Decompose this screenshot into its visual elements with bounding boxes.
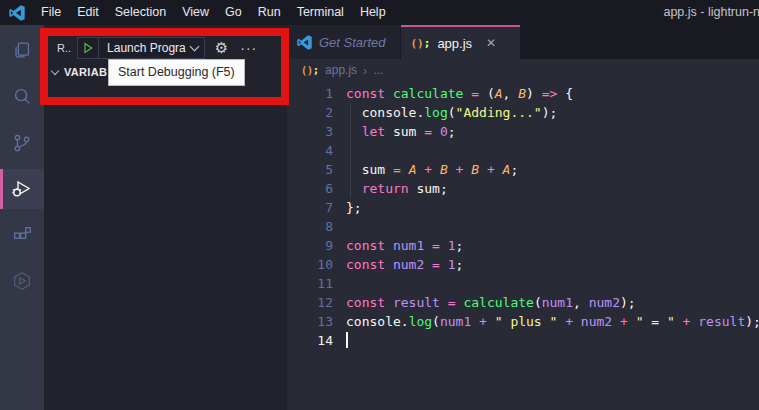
line-number[interactable]: 12 (287, 293, 333, 312)
menu-terminal[interactable]: Terminal (289, 0, 352, 25)
code-text: const calculate = (A, B) => { (346, 84, 573, 103)
line-number[interactable]: 6 (287, 179, 333, 198)
code-text: const result = calculate(num1, num2); (346, 293, 636, 312)
javascript-file-icon: (); (411, 37, 431, 50)
menu-view[interactable]: View (174, 0, 217, 25)
code-line[interactable]: 10const num2 = 1; (287, 255, 759, 274)
menu-selection[interactable]: Selection (107, 0, 174, 25)
code-line[interactable]: 13console.log(num1 + " plus " + num2 + "… (287, 312, 759, 331)
tab-app-js[interactable]: (); app.js ✕ (401, 25, 520, 59)
code-text (346, 331, 348, 350)
line-number[interactable]: 5 (287, 160, 333, 179)
line-number[interactable]: 3 (287, 122, 333, 141)
line-number[interactable]: 8 (287, 217, 333, 236)
activity-source-control-icon[interactable] (0, 123, 44, 163)
line-number[interactable]: 7 (287, 198, 333, 217)
tab-bar: Get Started (); app.js ✕ (287, 25, 759, 59)
code-text: const num1 = 1; (346, 236, 463, 255)
vscode-logo-icon (297, 35, 312, 50)
code-line[interactable]: 1const calculate = (A, B) => { (287, 84, 759, 103)
tab-label: app.js (437, 36, 472, 51)
code-text: return sum; (346, 179, 448, 198)
menu-go[interactable]: Go (217, 0, 250, 25)
vscode-logo-icon (9, 5, 25, 21)
javascript-file-icon: (); (301, 65, 319, 76)
code-line[interactable]: 12const result = calculate(num1, num2); (287, 293, 759, 312)
code-text: const num2 = 1; (346, 255, 463, 274)
activity-extensions-icon[interactable] (0, 215, 44, 255)
line-number[interactable]: 13 (287, 312, 333, 331)
code-line[interactable]: 11 (287, 274, 759, 293)
code-line[interactable]: 5 sum = A + B + B + A; (287, 160, 759, 179)
text-cursor (346, 332, 348, 348)
code-line[interactable]: 4 (287, 141, 759, 160)
code-line[interactable]: 9const num1 = 1; (287, 236, 759, 255)
breadcrumb-file[interactable]: app.js (325, 63, 357, 77)
breadcrumb-separator: › (363, 63, 367, 78)
line-number[interactable]: 14 (287, 331, 333, 350)
code-editor[interactable]: 1const calculate = (A, B) => {2 console.… (287, 81, 759, 410)
code-line[interactable]: 6 return sum; (287, 179, 759, 198)
menu-edit[interactable]: Edit (69, 0, 107, 25)
code-line[interactable]: 7}; (287, 198, 759, 217)
title-bar: File Edit Selection View Go Run Terminal… (0, 0, 759, 25)
menu-file[interactable]: File (33, 0, 69, 25)
code-line[interactable]: 14 (287, 331, 759, 350)
editor-group: Get Started (); app.js ✕ (); app.js › ..… (287, 25, 759, 410)
window-title: app.js - lightrun-no (663, 0, 759, 25)
code-text: sum = A + B + B + A; (346, 160, 518, 179)
code-text: console.log("Adding..."); (346, 103, 557, 122)
breadcrumb: (); app.js › ... (287, 59, 759, 81)
activity-explorer-icon[interactable] (0, 31, 44, 71)
activity-search-icon[interactable] (0, 77, 44, 117)
annotation-rectangle (40, 28, 289, 105)
line-number[interactable]: 9 (287, 236, 333, 255)
menu-help[interactable]: Help (352, 0, 394, 25)
vscode-window: File Edit Selection View Go Run Terminal… (0, 0, 759, 410)
line-number[interactable]: 10 (287, 255, 333, 274)
close-icon[interactable]: ✕ (486, 36, 496, 50)
code-text: console.log(num1 + " plus " + num2 + " =… (346, 312, 759, 331)
activity-bar (0, 25, 44, 410)
menu-run[interactable]: Run (250, 0, 289, 25)
activity-package-icon[interactable] (0, 261, 44, 301)
code-text: let sum = 0; (346, 122, 456, 141)
code-line[interactable]: 2 console.log("Adding..."); (287, 103, 759, 122)
line-number[interactable]: 11 (287, 274, 333, 293)
tab-get-started[interactable]: Get Started (287, 25, 400, 59)
activity-run-debug-icon[interactable] (0, 169, 44, 209)
code-text: }; (346, 198, 362, 217)
indent-guide (350, 103, 351, 198)
code-line[interactable]: 8 (287, 217, 759, 236)
breadcrumb-symbol[interactable]: ... (373, 63, 383, 77)
line-number[interactable]: 2 (287, 103, 333, 122)
line-number[interactable]: 4 (287, 141, 333, 160)
code-line[interactable]: 3 let sum = 0; (287, 122, 759, 141)
line-number[interactable]: 1 (287, 84, 333, 103)
tab-label: Get Started (319, 35, 385, 50)
